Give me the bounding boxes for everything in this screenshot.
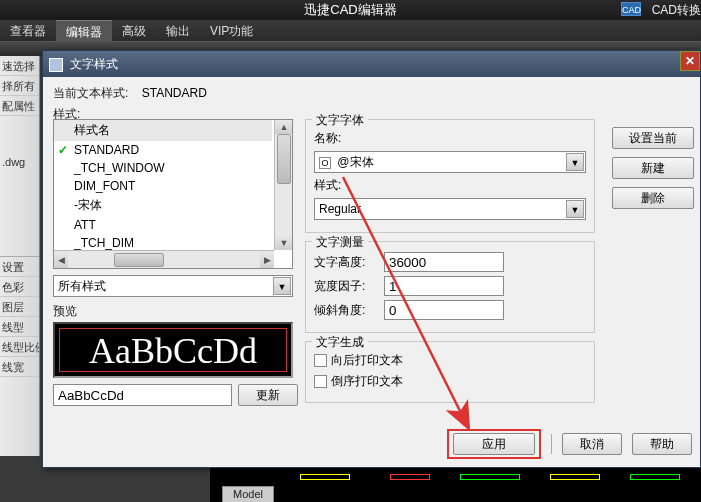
cad-segment: [390, 474, 430, 480]
style-list-header: 样式名: [54, 120, 272, 141]
cad-segment: [630, 474, 680, 480]
side-file-label: .dwg: [2, 156, 25, 168]
help-button[interactable]: 帮助: [632, 433, 692, 455]
chevron-down-icon[interactable]: ▼: [566, 153, 584, 171]
app-title-bar: 迅捷CAD编辑器 CAD CAD转换: [0, 0, 701, 20]
backward-checkbox-row[interactable]: 向后打印文本: [314, 352, 586, 369]
font-style-select[interactable]: Regular ▼: [314, 198, 586, 220]
height-input[interactable]: [384, 252, 504, 272]
apply-highlight-annotation: 应用: [447, 429, 541, 459]
gen-group: 文字生成 向后打印文本 倒序打印文本: [305, 341, 595, 403]
style-item[interactable]: -宋体: [54, 195, 272, 216]
delete-button[interactable]: 删除: [612, 187, 694, 209]
tab-viewer[interactable]: 查看器: [0, 20, 56, 42]
cad-segment: [550, 474, 600, 480]
width-input[interactable]: [384, 276, 504, 296]
cad-convert-button[interactable]: CAD转换: [652, 0, 701, 20]
measure-group: 文字测量 文字高度: 宽度因子: 倾斜角度:: [305, 241, 595, 333]
separator: [551, 434, 552, 454]
height-label: 文字高度:: [314, 254, 384, 271]
update-button[interactable]: 更新: [238, 384, 298, 406]
measure-group-title: 文字测量: [312, 234, 368, 251]
set-current-button[interactable]: 设置当前: [612, 127, 694, 149]
style-filter-select[interactable]: 所有样式 ▼: [53, 275, 293, 297]
scroll-left-icon[interactable]: ◀: [54, 251, 68, 269]
font-type-icon: O: [319, 157, 331, 169]
style-filter-value: 所有样式: [58, 279, 106, 293]
tab-vip[interactable]: VIP功能: [200, 20, 263, 42]
font-name-label: 名称:: [314, 130, 384, 147]
cad-badge-icon: CAD: [621, 2, 641, 16]
font-name-select[interactable]: O @宋体 ▼: [314, 151, 586, 173]
cad-segment: [300, 474, 350, 480]
chevron-down-icon[interactable]: ▼: [566, 200, 584, 218]
side-item[interactable]: 配属性: [0, 96, 39, 116]
app-title: 迅捷CAD编辑器: [304, 2, 396, 17]
font-style-value: Regular: [319, 202, 361, 216]
scroll-down-icon[interactable]: ▼: [275, 236, 293, 250]
side-item[interactable]: 速选择: [0, 56, 39, 76]
tab-editor[interactable]: 编辑器: [56, 20, 112, 42]
cancel-button[interactable]: 取消: [562, 433, 622, 455]
font-style-label: 样式:: [314, 177, 384, 194]
side-accordion-item[interactable]: 色彩: [0, 277, 39, 297]
dialog-title: 文字样式: [70, 57, 118, 71]
preview-label: 预览: [53, 303, 293, 320]
scroll-thumb[interactable]: [114, 253, 164, 267]
upside-checkbox-row[interactable]: 倒序打印文本: [314, 373, 586, 390]
font-name-value: @宋体: [337, 155, 373, 169]
preview-input[interactable]: [53, 384, 232, 406]
oblique-input[interactable]: [384, 300, 504, 320]
gen-group-title: 文字生成: [312, 334, 368, 351]
new-button[interactable]: 新建: [612, 157, 694, 179]
style-list[interactable]: 样式名 ✓STANDARD _TCH_WINDOW DIM_FONT -宋体 A…: [53, 119, 293, 269]
side-item[interactable]: 择所有: [0, 76, 39, 96]
close-icon[interactable]: ✕: [680, 51, 700, 71]
dialog-title-bar[interactable]: 文字样式 ✕: [43, 51, 700, 77]
backward-label: 向后打印文本: [331, 352, 403, 369]
tab-output[interactable]: 输出: [156, 20, 200, 42]
style-item[interactable]: DIM_FONT: [54, 177, 272, 195]
font-group: 文字字体 名称: O @宋体 ▼ 样式: Regular: [305, 119, 595, 233]
side-accordion-item[interactable]: 线型: [0, 317, 39, 337]
width-label: 宽度因子:: [314, 278, 384, 295]
model-tab[interactable]: Model: [222, 486, 274, 502]
scroll-right-icon[interactable]: ▶: [260, 251, 274, 269]
cad-segment: [460, 474, 520, 480]
oblique-label: 倾斜角度:: [314, 302, 384, 319]
chevron-down-icon[interactable]: ▼: [273, 277, 291, 295]
check-icon: ✓: [58, 143, 68, 157]
current-style-value: STANDARD: [142, 86, 207, 100]
checkbox-icon[interactable]: [314, 375, 327, 388]
preview-box: AaBbCcDd: [53, 322, 293, 378]
tab-advanced[interactable]: 高级: [112, 20, 156, 42]
side-accordion-item[interactable]: 线型比例: [0, 337, 39, 357]
text-style-dialog: 文字样式 ✕ 当前文本样式: STANDARD 样式: 样式名 ✓STANDAR…: [42, 50, 701, 468]
side-panel: 速选择 择所有 配属性 .dwg 设置 色彩 图层 线型 线型比例 线宽: [0, 56, 40, 456]
checkbox-icon[interactable]: [314, 354, 327, 367]
scroll-up-icon[interactable]: ▲: [275, 120, 293, 134]
side-accordion-item[interactable]: 图层: [0, 297, 39, 317]
upside-label: 倒序打印文本: [331, 373, 403, 390]
scroll-thumb[interactable]: [277, 134, 291, 184]
cad-model-strip: Model: [210, 468, 701, 502]
preview-text: AaBbCcDd: [59, 328, 287, 372]
style-item[interactable]: ✓STANDARD: [54, 141, 272, 159]
vertical-scrollbar[interactable]: ▲ ▼: [274, 120, 292, 250]
apply-button[interactable]: 应用: [453, 433, 535, 455]
current-style-label: 当前文本样式:: [53, 85, 128, 102]
horizontal-scrollbar[interactable]: ◀ ▶: [54, 250, 274, 268]
ribbon-tabs: 查看器 编辑器 高级 输出 VIP功能: [0, 20, 701, 42]
side-accordion-item[interactable]: 线宽: [0, 357, 39, 377]
dialog-icon: [49, 58, 63, 72]
style-item[interactable]: ATT: [54, 216, 272, 234]
font-group-title: 文字字体: [312, 112, 368, 129]
side-accordion-item[interactable]: 设置: [0, 257, 39, 277]
style-item[interactable]: _TCH_WINDOW: [54, 159, 272, 177]
